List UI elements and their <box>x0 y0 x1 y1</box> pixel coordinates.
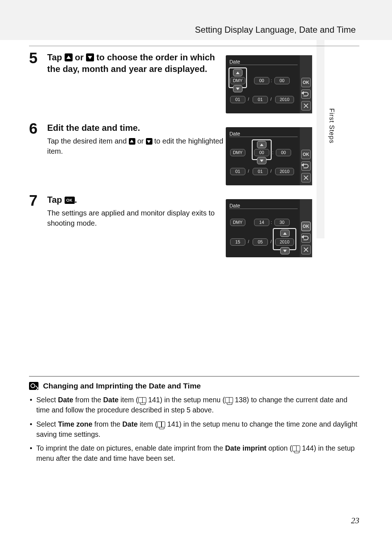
undo-button[interactable] <box>301 233 311 243</box>
header-rule <box>29 46 359 46</box>
page-title: Setting Display Language, Date and Time <box>195 25 356 35</box>
arrow-down-button[interactable] <box>257 157 266 164</box>
year-field[interactable]: 2010 <box>275 168 294 175</box>
step-5-title: Tap or to choose the order in which the … <box>47 52 229 75</box>
hour-field[interactable]: 00 <box>254 149 269 156</box>
note-item: To imprint the date on pictures, enable … <box>29 443 359 464</box>
text: item ( <box>119 396 138 404</box>
step-number: 6 <box>29 120 37 137</box>
arrow-up-button[interactable] <box>280 230 290 237</box>
text: 141) in the setup menu ( <box>146 396 225 404</box>
step-7-desc: The settings are applied and monitor dis… <box>47 208 225 228</box>
notes-list: Select Date from the Date item ( 141) in… <box>29 395 359 464</box>
slash: / <box>248 169 249 174</box>
text: from the <box>93 420 122 428</box>
text: Tap the desired item and <box>47 137 129 145</box>
ok-icon <box>65 197 75 204</box>
down-arrow-icon <box>146 138 152 145</box>
minute-field[interactable]: 00 <box>276 149 291 156</box>
minute-field[interactable]: 00 <box>274 77 290 84</box>
month-field[interactable]: 01 <box>253 96 268 103</box>
colon: : <box>271 78 272 83</box>
lcd-title: Date <box>229 203 240 209</box>
hour-field[interactable]: 14 <box>254 219 269 226</box>
manual-ref-icon <box>157 422 165 427</box>
ok-button[interactable]: OK <box>301 150 311 159</box>
triangle-up-icon <box>260 144 264 146</box>
undo-button[interactable] <box>301 161 311 171</box>
day-field[interactable]: 01 <box>230 96 245 103</box>
manual-ref-icon <box>138 397 146 403</box>
triangle-down-icon <box>260 160 264 162</box>
bold-text: Time zone <box>58 420 93 428</box>
bold-text: Date <box>58 396 73 404</box>
lcd-rule <box>229 137 298 137</box>
text: Tap <box>47 52 65 62</box>
ok-button[interactable]: OK <box>301 222 311 231</box>
text: item ( <box>138 420 157 428</box>
lcd-screenshot-2: Date OK DMY 00 : 00 01 / 01 / 2010 <box>226 127 312 185</box>
step-6-title: Edit the date and time. <box>47 122 229 134</box>
text: option ( <box>266 444 292 452</box>
manual-ref-icon <box>292 446 300 451</box>
slash: / <box>270 97 271 102</box>
arrow-down-button[interactable] <box>280 247 290 254</box>
slash: / <box>270 169 271 174</box>
lcd-title: Date <box>229 59 240 65</box>
step-number: 5 <box>29 49 37 67</box>
bold-text: Date imprint <box>225 444 266 452</box>
triangle-up-icon <box>236 72 240 74</box>
step-6-desc: Tap the desired item and or to edit the … <box>47 136 225 156</box>
undo-button[interactable] <box>301 89 311 99</box>
text: or <box>135 137 146 145</box>
month-field[interactable]: 01 <box>253 168 268 175</box>
lcd-rule <box>229 209 298 209</box>
note-item: Select Date from the Date item ( 141) in… <box>29 395 359 415</box>
minute-field[interactable]: 30 <box>274 219 290 226</box>
info-icon <box>29 382 38 390</box>
close-button[interactable] <box>301 245 311 254</box>
hour-field[interactable]: 00 <box>254 77 269 84</box>
text: . <box>75 195 77 205</box>
note-item: Select Time zone from the Date item ( 14… <box>29 419 359 440</box>
arrow-down-button[interactable] <box>233 85 242 92</box>
close-icon <box>303 103 309 108</box>
close-button[interactable] <box>301 101 311 110</box>
text: Select <box>36 396 58 404</box>
triangle-down-icon <box>283 250 287 252</box>
triangle-up-icon <box>283 232 287 235</box>
step-7-title: Tap . <box>47 194 229 206</box>
undo-icon <box>303 164 309 168</box>
slash: / <box>270 239 271 244</box>
colon: : <box>272 150 273 155</box>
up-arrow-icon <box>65 53 73 61</box>
lcd-screenshot-1: Date OK DMY 00 : 00 01 / 01 / 2010 <box>226 55 312 113</box>
up-arrow-icon <box>129 138 135 145</box>
notes-title: Changing and Imprinting the Date and Tim… <box>43 382 201 390</box>
month-field[interactable]: 05 <box>253 238 268 246</box>
format-field[interactable]: DMY <box>230 77 245 84</box>
step-number: 7 <box>29 192 37 209</box>
year-field[interactable]: 2010 <box>275 96 294 103</box>
close-button[interactable] <box>301 173 311 182</box>
colon: : <box>271 220 272 225</box>
text: Select <box>36 420 58 428</box>
notes-heading: Changing and Imprinting the Date and Tim… <box>29 382 359 390</box>
triangle-down-icon <box>236 88 240 90</box>
undo-icon <box>303 236 309 240</box>
ok-button[interactable]: OK <box>301 78 311 87</box>
format-field[interactable]: DMY <box>230 219 245 226</box>
manual-ref-icon <box>225 397 233 403</box>
arrow-up-button[interactable] <box>257 141 266 148</box>
day-field[interactable]: 15 <box>230 238 245 246</box>
close-icon <box>303 247 309 252</box>
slash: / <box>248 239 249 244</box>
year-field[interactable]: 2010 <box>275 238 294 246</box>
slash: / <box>248 97 249 102</box>
lcd-title: Date <box>229 131 240 137</box>
day-field[interactable]: 01 <box>230 168 245 175</box>
lcd-screenshot-3: Date OK DMY 14 : 30 15 / 05 / 2010 <box>226 199 312 257</box>
down-arrow-icon <box>86 53 94 61</box>
arrow-up-button[interactable] <box>233 69 242 76</box>
format-field[interactable]: DMY <box>230 149 245 156</box>
